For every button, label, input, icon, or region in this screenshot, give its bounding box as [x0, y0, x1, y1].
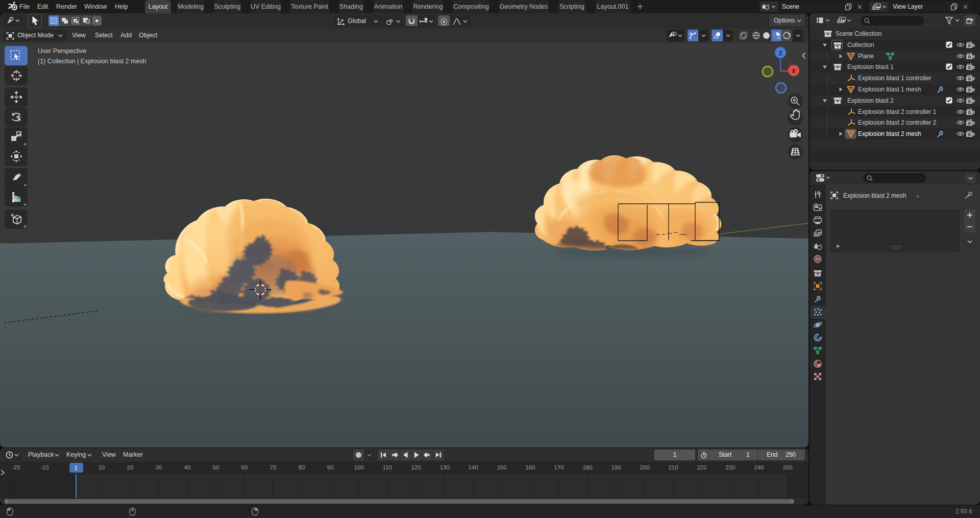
svg-text:X: X	[792, 68, 796, 74]
svg-text:Z: Z	[779, 50, 782, 56]
